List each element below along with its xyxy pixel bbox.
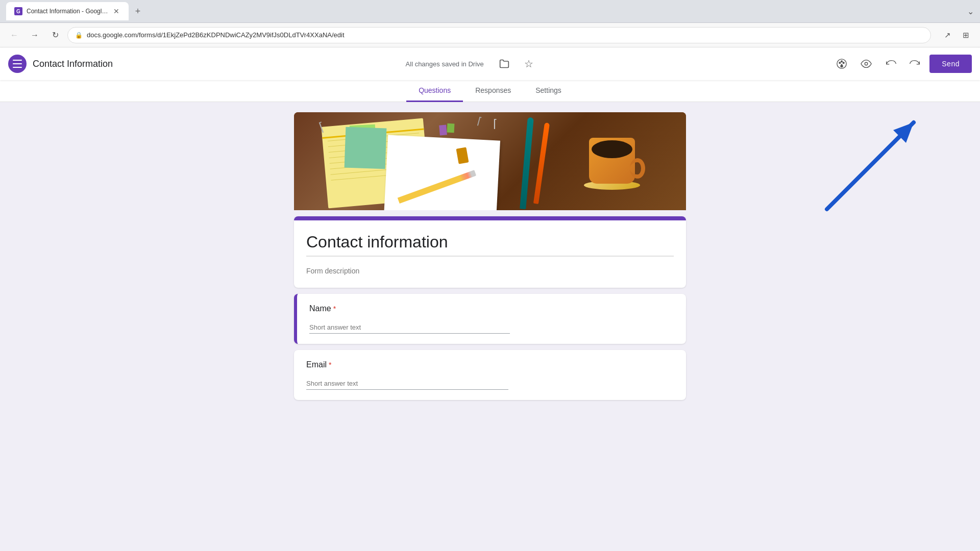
email-question-card: Email * xyxy=(294,350,686,400)
send-button[interactable]: Send xyxy=(929,55,972,73)
form-tabs: Questions Responses Settings xyxy=(0,80,980,102)
email-question-label: Email * xyxy=(306,360,674,369)
svg-marker-6 xyxy=(893,122,914,143)
tab-bar: G Contact Information - Google Fo... ✕ + xyxy=(6,0,145,22)
back-button[interactable]: ← xyxy=(6,27,22,43)
name-label-text: Name xyxy=(309,304,331,313)
forward-button[interactable]: → xyxy=(27,27,43,43)
save-status: All changes saved in Drive xyxy=(406,60,484,68)
name-question-label: Name * xyxy=(309,304,674,313)
navigation-bar: ← → ↻ 🔒 docs.google.com/forms/d/1EkjZePd… xyxy=(0,23,980,47)
tab-dropdown-button[interactable]: ⌄ xyxy=(967,7,974,16)
email-answer-input[interactable] xyxy=(306,378,508,390)
lock-icon: 🔒 xyxy=(75,32,83,39)
tab-questions[interactable]: Questions xyxy=(406,80,463,102)
teal-pen-decoration xyxy=(520,117,534,209)
star-button[interactable]: ☆ xyxy=(519,54,539,74)
header-actions: ☆ xyxy=(494,54,539,74)
orange-pen-decoration xyxy=(533,122,550,204)
email-question-body: Email * xyxy=(294,350,686,400)
share-button[interactable]: ↗ xyxy=(939,27,955,43)
app-header: Contact Information All changes saved in… xyxy=(0,47,980,80)
svg-line-5 xyxy=(827,122,914,209)
active-tab[interactable]: G Contact Information - Google Fo... ✕ xyxy=(6,2,129,20)
palette-button[interactable] xyxy=(831,54,852,74)
app-title: Contact Information xyxy=(33,59,113,69)
svg-point-4 xyxy=(865,62,868,65)
tab-close-button[interactable]: ✕ xyxy=(112,7,120,15)
coffee-cup-decoration xyxy=(584,122,645,194)
redo-button[interactable] xyxy=(905,54,925,74)
url-text: docs.google.com/forms/d/1EkjZePd2B6zKDPN… xyxy=(87,31,923,39)
title-card-body xyxy=(294,220,686,288)
name-answer-input[interactable] xyxy=(309,321,510,334)
small-sticky xyxy=(439,124,447,135)
svg-point-2 xyxy=(841,61,843,62)
form-header-image: ⌈ ⌈ ⌈ xyxy=(294,112,686,210)
tab-title: Contact Information - Google Fo... xyxy=(27,8,108,15)
browser-chrome: G Contact Information - Google Fo... ✕ +… xyxy=(0,0,980,23)
form-container: ⌈ ⌈ ⌈ xyxy=(294,112,686,538)
title-divider xyxy=(306,256,674,257)
address-bar[interactable]: 🔒 docs.google.com/forms/d/1EkjZePd2B6zKD… xyxy=(67,27,931,43)
email-required-asterisk: * xyxy=(329,361,331,369)
form-title-card xyxy=(294,216,686,288)
name-question-body: Name * xyxy=(297,294,686,344)
main-content: ⌈ ⌈ ⌈ xyxy=(0,102,980,548)
email-label-text: Email xyxy=(306,360,327,369)
tab-settings[interactable]: Settings xyxy=(523,80,574,102)
undo-button[interactable] xyxy=(880,54,901,74)
hamburger-menu-button[interactable] xyxy=(8,55,27,73)
extensions-button[interactable]: ⊞ xyxy=(958,27,974,43)
paperclip3-decoration: ⌈ xyxy=(493,117,498,131)
header-image-content: ⌈ ⌈ ⌈ xyxy=(294,112,686,210)
blue-arrow-annotation xyxy=(796,107,939,219)
name-question-card: Name * xyxy=(294,294,686,344)
svg-point-3 xyxy=(843,62,845,64)
form-title-input[interactable] xyxy=(306,233,674,256)
sticky-note2-decoration xyxy=(345,127,387,169)
preview-button[interactable] xyxy=(856,54,876,74)
toolbar-actions: Send xyxy=(831,54,972,74)
folder-button[interactable] xyxy=(494,54,514,74)
nav-actions: ↗ ⊞ xyxy=(939,27,974,43)
tab-favicon: G xyxy=(14,7,22,15)
paperclip2-decoration: ⌈ xyxy=(476,114,483,127)
svg-point-1 xyxy=(839,62,841,64)
name-required-asterisk: * xyxy=(333,305,336,313)
small-sticky2 xyxy=(447,123,455,133)
form-description-input[interactable] xyxy=(306,265,674,278)
new-tab-button[interactable]: + xyxy=(131,4,145,18)
reload-button[interactable]: ↻ xyxy=(47,27,63,43)
tab-responses[interactable]: Responses xyxy=(463,80,523,102)
